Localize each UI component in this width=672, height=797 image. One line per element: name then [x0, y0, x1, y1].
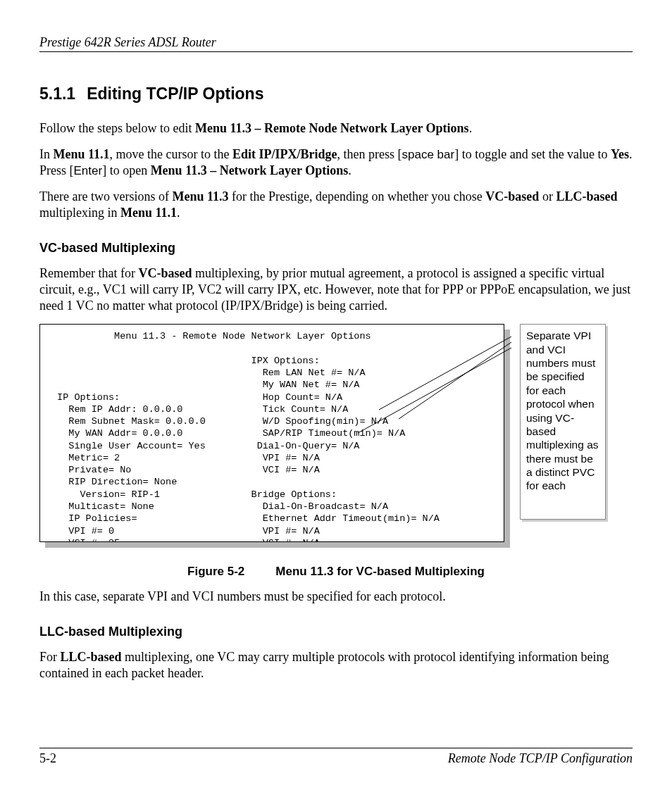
after-figure-paragraph: In this case, separate VPI and VCI numbe… [39, 589, 633, 605]
figure-title: Menu 11.3 for VC-based Multiplexing [275, 565, 485, 578]
side-note-callout: Separate VPI and VCI numbers must be spe… [520, 324, 606, 520]
terminal-wrap: Menu 11.3 - Remote Node Network Layer Op… [39, 324, 504, 542]
vc-paragraph: Remember that for VC-based multiplexing,… [39, 265, 633, 314]
page-number: 5-2 [39, 751, 56, 766]
intro-paragraph-2: In Menu 11.1, move the cursor to the Edi… [39, 146, 633, 179]
page: Prestige 642R Series ADSL Router 5.1.1Ed… [0, 0, 672, 797]
section-title: Editing TCP/IP Options [87, 84, 263, 103]
intro-paragraph-3: There are two versions of Menu 11.3 for … [39, 189, 633, 221]
page-footer: 5-2 Remote Node TCP/IP Configuration [39, 748, 633, 766]
terminal-menu-11-3: Menu 11.3 - Remote Node Network Layer Op… [39, 324, 504, 542]
llc-paragraph: For LLC-based multiplexing, one VC may c… [39, 649, 633, 682]
llc-heading: LLC-based Multiplexing [39, 625, 633, 639]
figure-number: Figure 5-2 [187, 565, 244, 578]
section-heading: 5.1.1Editing TCP/IP Options [39, 84, 633, 103]
intro-paragraph-1: Follow the steps below to edit Menu 11.3… [39, 120, 633, 137]
figure-row: Menu 11.3 - Remote Node Network Layer Op… [39, 324, 633, 542]
running-header: Prestige 642R Series ADSL Router [39, 35, 633, 52]
figure-caption: Figure 5-2Menu 11.3 for VC-based Multipl… [39, 565, 633, 579]
footer-chapter: Remote Node TCP/IP Configuration [448, 751, 633, 766]
vc-heading: VC-based Multiplexing [39, 241, 633, 256]
section-number: 5.1.1 [39, 84, 75, 103]
